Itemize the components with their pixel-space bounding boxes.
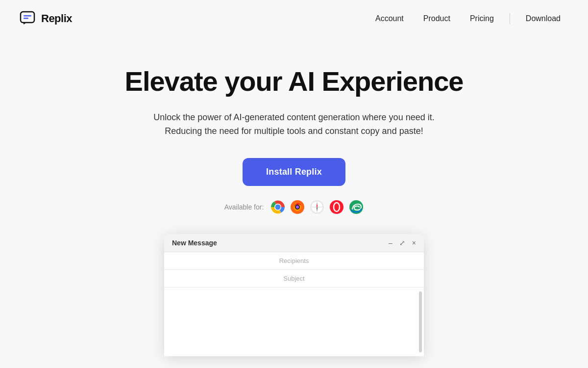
install-button[interactable]: Install Replix	[243, 158, 345, 186]
minimize-button[interactable]: –	[389, 239, 392, 246]
available-for: Available for:	[224, 200, 364, 214]
compose-header: New Message – ⤢ ×	[164, 234, 424, 252]
hero-section: Elevate your AI Experience Unlock the po…	[0, 37, 588, 356]
svg-rect-0	[21, 12, 34, 23]
close-button[interactable]: ×	[412, 239, 416, 246]
nav-account[interactable]: Account	[368, 11, 412, 26]
compose-body[interactable]	[164, 288, 424, 356]
email-compose-window: New Message – ⤢ × Recipients Subject	[164, 234, 424, 356]
nav: Account Product Pricing Download	[368, 11, 568, 26]
expand-button[interactable]: ⤢	[399, 239, 405, 246]
subject-field[interactable]: Subject	[164, 270, 424, 288]
svg-point-9	[296, 206, 299, 209]
logo-text: Replix	[41, 12, 72, 25]
recipients-field[interactable]: Recipients	[164, 252, 424, 270]
logo[interactable]: Replix	[20, 10, 72, 27]
opera-icon	[329, 200, 344, 214]
header: Replix Account Product Pricing Download	[0, 0, 588, 37]
safari-icon	[310, 200, 324, 214]
edge-icon	[349, 200, 364, 214]
nav-pricing[interactable]: Pricing	[462, 11, 502, 26]
hero-title: Elevate your AI Experience	[125, 66, 464, 97]
hero-subtitle: Unlock the power of AI-generated content…	[153, 110, 434, 139]
chrome-icon	[270, 200, 285, 214]
svg-point-5	[275, 205, 281, 210]
logo-icon	[20, 10, 37, 27]
svg-rect-2	[24, 18, 28, 19]
browser-icons	[270, 200, 364, 214]
available-label: Available for:	[224, 203, 264, 211]
compose-title: New Message	[172, 239, 217, 247]
compose-controls: – ⤢ ×	[389, 239, 416, 246]
scrollbar[interactable]	[419, 291, 422, 352]
nav-download[interactable]: Download	[518, 11, 568, 26]
svg-rect-1	[24, 15, 31, 17]
firefox-icon	[290, 200, 305, 214]
nav-product[interactable]: Product	[416, 11, 458, 26]
nav-divider	[510, 13, 510, 24]
